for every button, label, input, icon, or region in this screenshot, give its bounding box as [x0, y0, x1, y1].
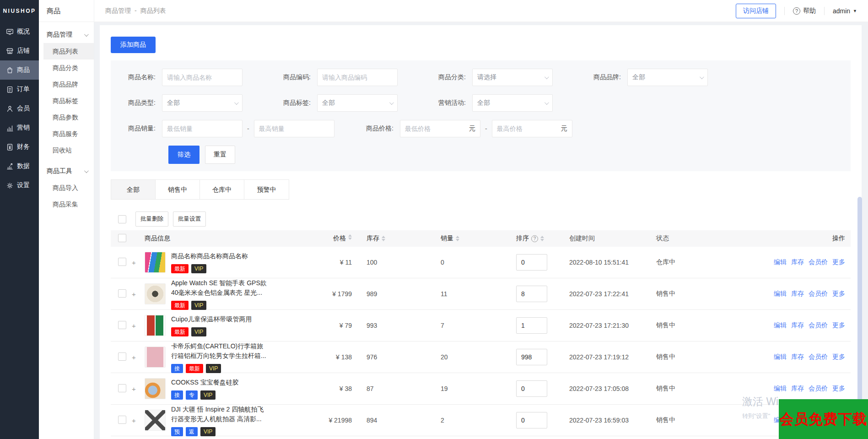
brand-select[interactable]: 全部: [627, 69, 708, 86]
nav-item-shop[interactable]: 店铺: [0, 41, 39, 60]
filter-submit-button[interactable]: 筛选: [168, 146, 199, 164]
sort-input[interactable]: [516, 412, 547, 428]
expand-icon[interactable]: +: [132, 290, 145, 298]
row-checkbox[interactable]: [118, 321, 126, 329]
select-all-checkbox[interactable]: [118, 215, 126, 223]
nav-item-finance[interactable]: 财务: [0, 137, 39, 157]
visit-shop-button[interactable]: 访问店铺: [736, 4, 776, 18]
sort-input[interactable]: [516, 349, 547, 365]
submenu-group-header[interactable]: 商品管理: [39, 27, 94, 43]
filter-reset-button[interactable]: 重置: [205, 146, 235, 164]
tab-warning[interactable]: 预警中: [244, 180, 289, 199]
header-sales[interactable]: 销量: [421, 234, 496, 243]
member-price-link[interactable]: 会员价: [809, 353, 828, 361]
row-checkbox[interactable]: [118, 352, 126, 361]
help-link[interactable]: ? 帮助: [793, 7, 816, 15]
product-name[interactable]: Cuipo儿童保温杯带吸管两用: [171, 314, 252, 324]
submenu-group-header[interactable]: 商品工具: [39, 163, 94, 179]
sort-arrows-icon[interactable]: [456, 236, 459, 241]
tab-on-sale[interactable]: 销售中: [156, 180, 200, 199]
submenu-item-product-list[interactable]: 商品列表: [43, 43, 94, 60]
submenu-item-product-category[interactable]: 商品分类: [39, 60, 94, 76]
max-price-input[interactable]: [497, 125, 561, 132]
user-menu[interactable]: admin ▼: [833, 7, 857, 15]
submenu-item-product-import[interactable]: 商品导入: [39, 179, 94, 196]
submenu-item-product-param[interactable]: 商品参数: [39, 109, 94, 125]
max-sales-input[interactable]: [254, 120, 334, 137]
activity-select[interactable]: 全部: [472, 94, 553, 112]
submenu-item-product-service[interactable]: 商品服务: [39, 125, 94, 142]
nav-item-settings[interactable]: 设置: [0, 176, 39, 195]
sort-arrows-icon[interactable]: [348, 234, 352, 243]
nav-item-members[interactable]: 会员: [0, 99, 39, 118]
member-price-link[interactable]: 会员价: [809, 385, 828, 393]
product-name[interactable]: 商品名称商品名称商品名称: [171, 251, 248, 261]
batch-settings-button[interactable]: 批量设置: [173, 211, 206, 227]
min-price-input[interactable]: [405, 125, 469, 132]
expand-icon[interactable]: +: [132, 385, 145, 393]
member-price-link[interactable]: 会员价: [809, 321, 828, 330]
batch-delete-button[interactable]: 批量删除: [135, 211, 168, 227]
stock-link[interactable]: 库存: [791, 321, 804, 330]
expand-icon[interactable]: +: [132, 353, 145, 361]
tab-in-warehouse[interactable]: 仓库中: [200, 180, 244, 199]
submenu-item-product-collect[interactable]: 商品采集: [39, 196, 94, 212]
more-link[interactable]: 更多: [832, 290, 845, 298]
sort-input[interactable]: [516, 317, 547, 334]
nav-item-goods[interactable]: 商品: [0, 60, 39, 80]
product-name[interactable]: DJI 大疆 悟 Inspire 2 四轴航拍飞: [171, 405, 264, 414]
breadcrumb-parent[interactable]: 商品管理: [105, 7, 131, 15]
expand-icon[interactable]: +: [132, 417, 145, 424]
add-product-button[interactable]: 添加商品: [111, 37, 156, 53]
sort-arrows-icon[interactable]: [540, 236, 544, 241]
nav-item-overview[interactable]: 概况: [0, 22, 39, 41]
edit-link[interactable]: 编辑: [774, 353, 787, 361]
stock-link[interactable]: 库存: [791, 290, 804, 298]
edit-link[interactable]: 编辑: [774, 258, 787, 266]
nav-item-orders[interactable]: 订单: [0, 80, 39, 99]
row-checkbox[interactable]: [118, 258, 126, 266]
row-checkbox[interactable]: [118, 384, 126, 392]
more-link[interactable]: 更多: [832, 258, 845, 266]
header-sort[interactable]: 排序 ?: [496, 234, 569, 243]
row-checkbox[interactable]: [118, 416, 126, 424]
member-price-link[interactable]: 会员价: [809, 258, 828, 266]
submenu-item-recycle-bin[interactable]: 回收站: [39, 142, 94, 158]
member-price-link[interactable]: 会员价: [809, 290, 828, 298]
product-name[interactable]: Apple Watch SE 智能手表 GPS款: [171, 278, 267, 288]
expand-icon[interactable]: +: [132, 259, 145, 266]
question-circle-icon[interactable]: ?: [531, 235, 538, 242]
header-checkbox[interactable]: [118, 234, 126, 242]
product-name[interactable]: 卡帝乐鳄鱼(CARTELO)行李箱旅: [171, 341, 266, 351]
stock-link[interactable]: 库存: [791, 353, 804, 361]
product-name[interactable]: COOKSS 宝宝餐盘硅胶: [171, 378, 239, 387]
expand-icon[interactable]: +: [132, 322, 145, 330]
more-link[interactable]: 更多: [832, 353, 845, 361]
tag-select[interactable]: 全部: [317, 94, 398, 112]
sort-input[interactable]: [516, 380, 547, 397]
sort-input[interactable]: [516, 286, 547, 302]
type-select[interactable]: 全部: [162, 94, 243, 112]
stock-link[interactable]: 库存: [791, 258, 804, 266]
stock-link[interactable]: 库存: [791, 385, 804, 393]
member-free-download-banner[interactable]: 会员免费下载: [779, 399, 868, 439]
header-stock[interactable]: 库存: [352, 234, 421, 243]
edit-link[interactable]: 编辑: [774, 290, 787, 298]
scrollbar-thumb[interactable]: [857, 197, 862, 405]
more-link[interactable]: 更多: [832, 385, 845, 393]
edit-link[interactable]: 编辑: [774, 321, 787, 330]
nav-item-marketing[interactable]: 营销: [0, 118, 39, 137]
submenu-item-product-tag[interactable]: 商品标签: [39, 92, 94, 109]
nav-item-data[interactable]: 数据: [0, 157, 39, 176]
submenu-item-product-brand[interactable]: 商品品牌: [39, 76, 94, 92]
category-select[interactable]: 请选择: [472, 69, 553, 86]
edit-link[interactable]: 编辑: [774, 385, 787, 393]
header-price[interactable]: 价格: [324, 234, 352, 243]
sort-arrows-icon[interactable]: [382, 236, 385, 241]
tab-all[interactable]: 全部: [111, 180, 156, 199]
min-sales-input[interactable]: [162, 120, 243, 137]
more-link[interactable]: 更多: [832, 321, 845, 330]
product-name-input[interactable]: [162, 69, 243, 86]
sort-input[interactable]: [516, 254, 547, 271]
row-checkbox[interactable]: [118, 289, 126, 298]
